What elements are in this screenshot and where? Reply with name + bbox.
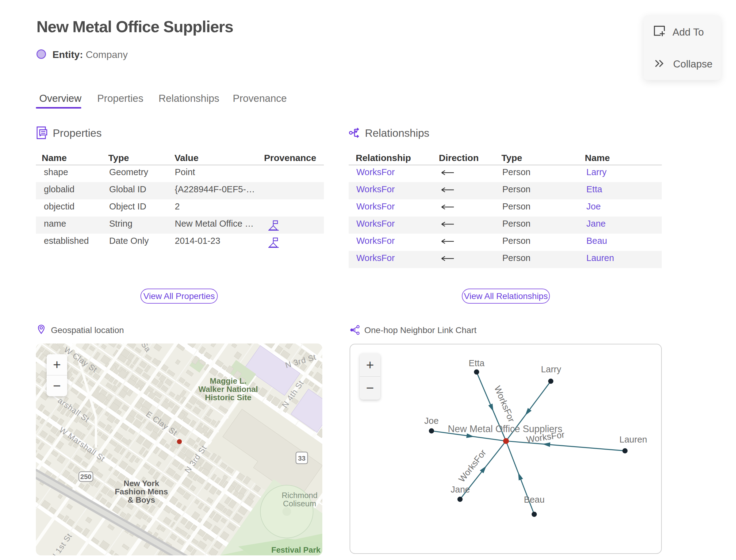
svg-text:Larry: Larry: [541, 364, 562, 374]
svg-text:Fashion Mens: Fashion Mens: [115, 487, 168, 496]
svg-text:Jane: Jane: [451, 485, 470, 494]
svg-text:Lauren: Lauren: [619, 435, 647, 444]
svg-text:& Boys: & Boys: [128, 495, 155, 504]
svg-text:Walker National: Walker National: [198, 385, 258, 394]
svg-text:Coliseum: Coliseum: [283, 499, 316, 508]
svg-text:New York: New York: [124, 479, 159, 488]
svg-text:Beau: Beau: [524, 495, 545, 504]
svg-text:Joe: Joe: [424, 416, 439, 426]
svg-text:Historic Site: Historic Site: [205, 393, 251, 402]
svg-text:250: 250: [80, 473, 92, 481]
svg-text:Maggie L.: Maggie L.: [210, 376, 247, 385]
svg-text:33: 33: [298, 455, 305, 462]
svg-text:Festival Park: Festival Park: [271, 545, 321, 554]
svg-text:Etta: Etta: [469, 358, 485, 368]
svg-text:Richmond: Richmond: [282, 491, 317, 500]
